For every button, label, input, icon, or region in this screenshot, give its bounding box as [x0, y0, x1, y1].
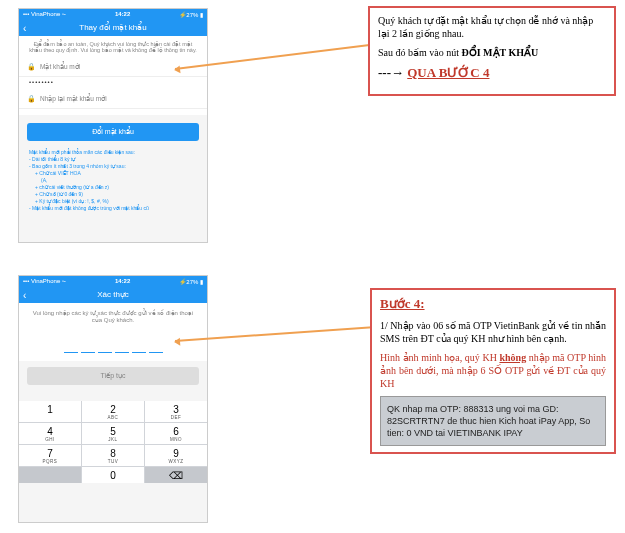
- header-title: Thay đổi mật khẩu: [79, 23, 146, 32]
- header-title: Xác thực: [97, 290, 129, 299]
- lock-icon: 🔒: [27, 95, 36, 103]
- callout-link-row: ---→ QUA BƯỚC 4: [378, 65, 606, 82]
- screen-header: ‹ Xác thực: [19, 286, 207, 303]
- phone-screenshot-otp: ••• VinaPhone ⏦ 14:22 ⚡27% ▮ ‹ Xác thực …: [18, 275, 208, 523]
- sms-example: QK nhap ma OTP: 888313 ung voi ma GD: 82…: [380, 396, 606, 446]
- key-1[interactable]: 1: [19, 401, 81, 422]
- key-7[interactable]: 7PQRS: [19, 445, 81, 466]
- callout-text: Quý khách tự đặt mật khẩu tự chọn dễ nhớ…: [378, 14, 606, 40]
- rule-item: - Bao gồm ít nhất 3 trong 4 nhóm ký tự s…: [29, 163, 197, 170]
- time-label: 14:22: [115, 278, 130, 284]
- field-label: Mật khẩu mới: [40, 63, 80, 71]
- key-2[interactable]: 2ABC: [82, 401, 144, 422]
- callout-text: 1/ Nhập vào 06 số mã OTP VietinBank gửi …: [380, 319, 606, 345]
- otp-digit[interactable]: [98, 337, 112, 353]
- rule-subitem: + Chữ cái VIẾT HOA: [29, 170, 197, 177]
- key-8[interactable]: 8TUV: [82, 445, 144, 466]
- otp-digit[interactable]: [64, 337, 78, 353]
- rule-subitem: + Chữ số (từ 0 đến 9): [29, 191, 197, 198]
- lock-icon: 🔒: [27, 63, 36, 71]
- key-3[interactable]: 3DEF: [145, 401, 207, 422]
- key-blank: [19, 467, 81, 483]
- callout-text: Sau đó bấm vào nút ĐỔI MẬT KHẨU: [378, 46, 606, 59]
- arrow-icon: ---→: [378, 65, 407, 80]
- carrier-label: ••• VinaPhone ⏦: [23, 278, 66, 284]
- rule-subitem: + Ký tự đặc biệt (ví dụ: !, $, #, %): [29, 198, 197, 205]
- back-icon[interactable]: ‹: [23, 289, 26, 300]
- rule-subitem: + chữ cái viết thường (từ a đến z): [29, 184, 197, 191]
- continue-button[interactable]: Tiếp tục: [27, 367, 199, 385]
- time-label: 14:22: [115, 11, 130, 17]
- rule-item: - Mật khẩu mới đặt không được trùng với …: [29, 205, 197, 212]
- numeric-keypad: 1 2ABC 3DEF 4GHI 5JKL 6MNO 7PQRS 8TUV 9W…: [19, 401, 207, 483]
- callout-warning: Hình ảnh minh họa, quý KH không nhập mã …: [380, 351, 606, 390]
- key-backspace[interactable]: ⌫: [145, 467, 207, 483]
- otp-digit[interactable]: [149, 337, 163, 353]
- password-value: ••••••••: [19, 77, 207, 90]
- step-link[interactable]: QUA BƯỚC 4: [407, 65, 489, 80]
- back-icon[interactable]: ‹: [23, 22, 26, 33]
- step-title: Bước 4:: [380, 296, 425, 311]
- status-bar: ••• VinaPhone ⏦ 14:22 ⚡27% ▮: [19, 9, 207, 19]
- key-0[interactable]: 0: [82, 467, 144, 483]
- key-4[interactable]: 4GHI: [19, 423, 81, 444]
- carrier-label: ••• VinaPhone ⏦: [23, 11, 66, 17]
- otp-digit[interactable]: [81, 337, 95, 353]
- info-text: Để đảm bảo an toàn, Quý khách vui lòng t…: [19, 36, 207, 58]
- key-6[interactable]: 6MNO: [145, 423, 207, 444]
- battery-label: ⚡27% ▮: [179, 11, 203, 18]
- phone-screenshot-change-password: ••• VinaPhone ⏦ 14:22 ⚡27% ▮ ‹ Thay đổi …: [18, 8, 208, 243]
- otp-digit[interactable]: [132, 337, 146, 353]
- instruction-callout-1: Quý khách tự đặt mật khẩu tự chọn dễ nhớ…: [368, 6, 616, 96]
- info-text: Vui lòng nhập các ký tự xác thực được gử…: [19, 303, 207, 329]
- rule-subitem: (A,: [29, 177, 197, 184]
- rules-title: Mật khẩu mới phải thỏa mãn các điều kiện…: [29, 149, 197, 156]
- status-bar: ••• VinaPhone ⏦ 14:22 ⚡27% ▮: [19, 276, 207, 286]
- otp-digit[interactable]: [115, 337, 129, 353]
- key-9[interactable]: 9WXYZ: [145, 445, 207, 466]
- key-5[interactable]: 5JKL: [82, 423, 144, 444]
- password-rules: Mật khẩu mới phải thỏa mãn các điều kiện…: [19, 149, 207, 212]
- screen-header: ‹ Thay đổi mật khẩu: [19, 19, 207, 36]
- rule-item: - Dài tối thiểu 8 ký tự: [29, 156, 197, 163]
- battery-label: ⚡27% ▮: [179, 278, 203, 285]
- change-password-button[interactable]: Đổi mật khẩu: [27, 123, 199, 141]
- field-label: Nhập lại mật khẩu mới: [40, 95, 107, 103]
- instruction-callout-2: Bước 4: 1/ Nhập vào 06 số mã OTP VietinB…: [370, 288, 616, 454]
- confirm-password-field[interactable]: 🔒 Nhập lại mật khẩu mới: [19, 90, 207, 109]
